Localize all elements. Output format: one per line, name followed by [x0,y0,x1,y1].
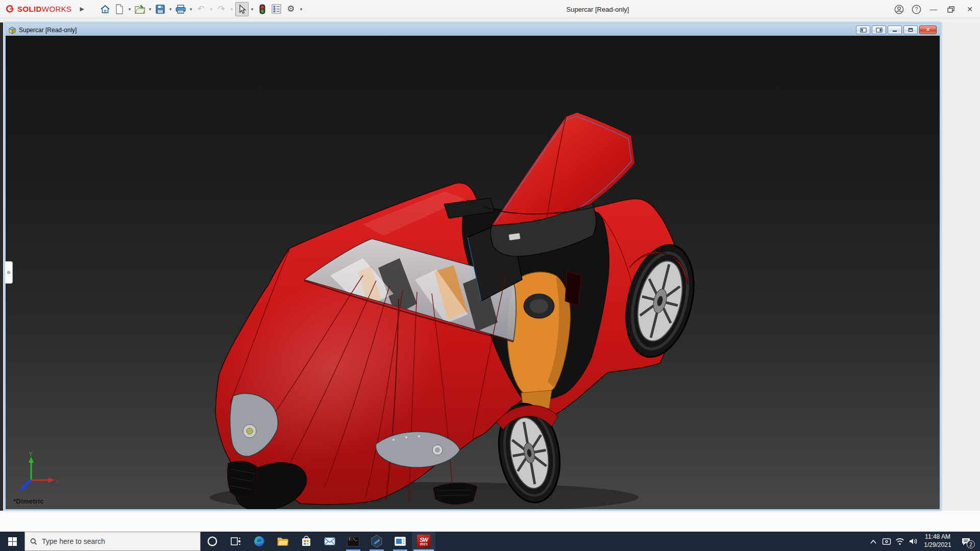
command-prompt-button[interactable]: C:\_ [341,532,365,551]
mail-button[interactable] [318,532,341,551]
new-document-button[interactable] [113,2,126,16]
start-button[interactable] [0,532,24,551]
featuremanager-collapsed-tab[interactable] [5,261,13,284]
hidden-icons-button[interactable] [867,532,880,551]
volume-icon [909,537,918,545]
file-properties-button[interactable] [270,2,283,16]
redo-button[interactable]: ↷ [215,2,228,16]
rebuild-button[interactable] [256,2,269,16]
document-window: Supercar [Read-only] [4,22,941,511]
pane-right-icon [876,28,883,33]
mdi-background-right [941,22,980,511]
taskbar-clock[interactable]: 11:48 AM 1/29/2021 [920,533,955,549]
search-icon [30,538,37,545]
menu-flyout-arrow-icon[interactable]: ▶ [80,6,84,12]
triad-x-label: X [56,479,59,484]
restore-doc-icon [908,28,913,32]
edge-icon [253,535,265,547]
graphics-viewport[interactable]: Y X *Dimetric [6,36,940,509]
hexagon-app-button[interactable] [365,532,388,551]
clock-time: 11:48 AM [921,533,954,541]
undo-dropdown-arrow[interactable]: ▾ [209,7,214,12]
brand-text: SOLIDWORKS [17,5,72,13]
undo-button[interactable]: ↶ [194,2,208,16]
triad-y-label: Y [29,452,33,457]
open-dropdown-arrow[interactable]: ▾ [148,7,153,12]
open-button[interactable] [133,2,146,16]
minimize-doc-button[interactable] [888,26,902,34]
restore-app-button[interactable] [942,0,960,18]
rebuild-traffic-light-icon [259,4,265,14]
view-orientation-label: *Dimetric [13,497,44,505]
home-button[interactable] [99,2,112,16]
pane-right-button[interactable] [872,26,886,34]
taskbar-search[interactable] [24,532,201,551]
select-dropdown-arrow[interactable]: ▾ [250,7,255,12]
undo-icon: ↶ [198,4,205,14]
solidworks-2021-icon: SW 2021 [417,535,430,548]
options-dropdown-arrow[interactable]: ▾ [299,7,304,12]
pane-left-button[interactable] [856,26,870,34]
task-view-icon [230,536,241,547]
tab-handle-dot-icon [7,271,10,274]
help-icon: ? [912,5,921,14]
clock-date: 1/29/2021 [921,541,954,549]
close-doc-button[interactable]: ✕ [919,26,937,34]
new-dropdown-arrow[interactable]: ▾ [127,7,132,12]
cortana-button[interactable] [201,532,224,551]
notification-badge: 2 [967,540,975,548]
help-button[interactable]: ? [908,0,925,18]
minimize-icon: — [930,5,937,13]
close-icon: ✕ [967,5,973,13]
pane-left-icon [860,28,867,33]
chevron-up-icon [870,539,877,544]
print-button[interactable] [174,2,187,16]
options-button[interactable]: ⚙ [284,2,298,16]
solidworks-2021-button[interactable]: SW 2021 [412,532,435,551]
3d-model-supercar[interactable] [6,36,940,509]
minimize-doc-icon [892,28,897,32]
redo-icon: ↷ [218,4,225,14]
edge-button[interactable] [248,532,271,551]
app-titlebar: SOLIDWORKS ▶ ▾ ▾ [0,0,980,18]
account-icon [894,5,904,14]
home-icon [100,4,110,14]
close-app-button[interactable]: ✕ [960,0,980,18]
app-window-controls: ? — ✕ [890,0,980,18]
status-bar-area [0,511,980,532]
hexagon-app-icon [371,535,383,548]
close-doc-icon: ✕ [925,27,930,33]
media-app-icon [394,536,406,546]
save-dropdown-arrow[interactable]: ▾ [168,7,173,12]
part-document-icon [8,26,16,34]
mail-icon [324,536,336,546]
minimize-app-button[interactable]: — [925,0,942,18]
file-properties-icon [272,4,281,14]
options-gear-icon: ⚙ [287,4,295,14]
restore-doc-button[interactable] [903,26,918,34]
document-titlebar[interactable]: Supercar [Read-only] [6,24,940,36]
account-button[interactable] [890,0,908,18]
command-prompt-icon: C:\_ [347,537,359,546]
task-view-button[interactable] [224,532,248,551]
save-button[interactable] [154,2,167,16]
volume-tray-button[interactable] [906,532,920,551]
app-title: Supercar [Read-only] [567,0,629,18]
select-tool-button[interactable] [235,2,249,16]
media-app-button[interactable] [388,532,412,551]
wifi-icon [895,538,904,545]
display-tray-button[interactable] [880,532,893,551]
solidworks-logo: SOLIDWORKS ▶ [0,5,89,14]
microsoft-store-button[interactable] [295,532,318,551]
file-explorer-button[interactable] [271,532,295,551]
wifi-tray-button[interactable] [893,532,906,551]
orientation-triad[interactable]: Y X [19,452,60,495]
quick-access-toolbar: ▾ ▾ ▾ ▾ ↶ [99,2,304,16]
open-folder-icon [134,4,145,14]
redo-dropdown-arrow[interactable]: ▾ [229,7,234,12]
search-input[interactable] [42,537,195,545]
side-vent[interactable] [565,271,581,306]
action-center-button[interactable]: 2 [955,532,976,551]
new-document-icon [115,4,124,14]
print-dropdown-arrow[interactable]: ▾ [188,7,193,12]
